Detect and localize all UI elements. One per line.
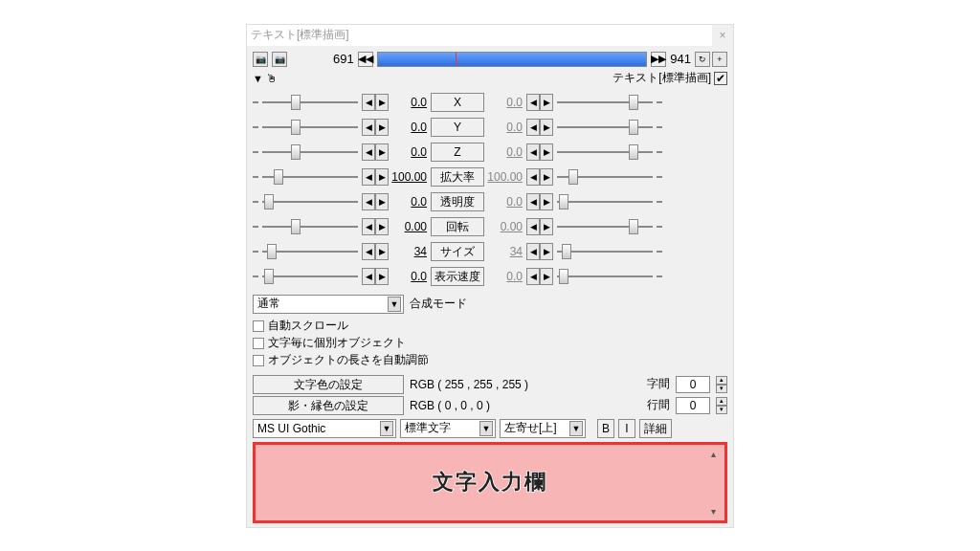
shadow-color-value: RGB ( 0 , 0 , 0 ) — [410, 399, 490, 412]
right-value[interactable]: 0.00 — [486, 220, 524, 233]
line-spacing-value[interactable]: 0 — [676, 397, 710, 414]
param-row-サイズ: ◀▶34サイズ34◀▶ — [253, 239, 727, 264]
left-value[interactable]: 0.00 — [390, 220, 429, 233]
checkbox-row[interactable]: 自動スクロール — [253, 318, 727, 335]
left-spin[interactable]: ◀▶ — [362, 243, 389, 260]
font-value: MS UI Gothic — [257, 422, 325, 435]
right-spin[interactable]: ◀▶ — [526, 119, 553, 136]
collapse-icon[interactable]: ▼ — [253, 73, 263, 84]
blend-mode-select[interactable]: 通常 ▼ — [253, 295, 404, 314]
right-spin[interactable]: ◀▶ — [526, 268, 553, 285]
right-value[interactable]: 0.0 — [486, 121, 524, 134]
left-slider[interactable] — [262, 169, 358, 185]
checkbox-label: オブジェクトの長さを自動調節 — [268, 352, 429, 368]
right-spin[interactable]: ◀▶ — [526, 94, 553, 111]
right-value[interactable]: 0.0 — [486, 145, 524, 159]
left-spin[interactable]: ◀▶ — [362, 268, 389, 285]
checkbox-row[interactable]: 文字毎に個別オブジェクト — [253, 335, 727, 352]
right-slider[interactable] — [557, 244, 653, 259]
right-spin[interactable]: ◀▶ — [526, 243, 553, 260]
left-spin[interactable]: ◀▶ — [362, 218, 389, 235]
checkbox[interactable] — [253, 338, 264, 349]
align-select[interactable]: 左寄せ[上]▼ — [500, 419, 586, 438]
right-value[interactable]: 0.0 — [486, 96, 524, 109]
right-slider[interactable] — [557, 194, 653, 209]
seek-start-button[interactable]: ◀◀ — [358, 52, 373, 67]
right-slider[interactable] — [557, 219, 653, 234]
right-spin[interactable]: ◀▶ — [526, 193, 553, 210]
char-spacing-value[interactable]: 0 — [676, 376, 710, 393]
param-row-回転: ◀▶0.00回転0.00◀▶ — [253, 214, 727, 239]
left-spin[interactable]: ◀▶ — [362, 193, 389, 210]
param-label[interactable]: 回転 — [431, 217, 484, 236]
left-value[interactable]: 0.0 — [390, 145, 429, 159]
left-slider[interactable] — [262, 144, 358, 160]
seek-bar[interactable] — [377, 52, 648, 67]
shadow-color-row: 影・縁色の設定 RGB ( 0 , 0 , 0 ) 行間 0 ▴▾ — [253, 396, 727, 415]
param-row-Y: ◀▶0.0Y0.0◀▶ — [253, 115, 727, 140]
right-spin[interactable]: ◀▶ — [526, 168, 553, 186]
close-button[interactable]: × — [712, 25, 733, 46]
left-value[interactable]: 100.00 — [390, 170, 429, 184]
checkbox[interactable] — [253, 355, 264, 366]
param-label[interactable]: 拡大率 — [431, 167, 484, 187]
char-spacing-stepper[interactable]: ▴▾ — [716, 376, 727, 393]
left-spin[interactable]: ◀▶ — [362, 94, 389, 111]
loop-icon[interactable]: ↻ — [695, 52, 710, 67]
left-spin[interactable]: ◀▶ — [362, 143, 389, 161]
seek-end-button[interactable]: ▶▶ — [651, 52, 666, 67]
right-slider[interactable] — [557, 95, 653, 110]
line-spacing-stepper[interactable]: ▴▾ — [716, 397, 727, 414]
left-slider[interactable] — [262, 194, 358, 209]
enable-checkbox[interactable]: ✔ — [714, 72, 727, 85]
param-row-Z: ◀▶0.0Z0.0◀▶ — [253, 140, 727, 165]
param-label[interactable]: X — [431, 93, 484, 112]
left-value[interactable]: 34 — [390, 245, 429, 258]
right-value[interactable]: 0.0 — [486, 270, 524, 283]
font-style-select[interactable]: 標準文字▼ — [400, 419, 496, 438]
left-value[interactable]: 0.0 — [390, 270, 429, 283]
checkbox-row[interactable]: オブジェクトの長さを自動調節 — [253, 352, 727, 369]
right-value[interactable]: 100.00 — [486, 170, 524, 184]
left-value[interactable]: 0.0 — [390, 96, 429, 109]
param-label[interactable]: サイズ — [431, 242, 484, 261]
header-row: ▼ 🖱 テキスト[標準描画] ✔ — [253, 71, 727, 86]
blend-mode-label: 合成モード — [410, 296, 467, 312]
left-slider[interactable] — [262, 95, 358, 110]
param-label[interactable]: Z — [431, 143, 484, 162]
right-slider[interactable] — [557, 144, 653, 160]
left-slider[interactable] — [262, 269, 358, 284]
left-value[interactable]: 0.0 — [390, 121, 429, 134]
param-label[interactable]: 表示速度 — [431, 267, 484, 286]
add-icon[interactable]: + — [712, 52, 727, 67]
right-value[interactable]: 34 — [486, 245, 524, 258]
font-select[interactable]: MS UI Gothic▼ — [253, 419, 396, 438]
align-value: 左寄せ[上] — [504, 420, 557, 436]
right-slider[interactable] — [557, 120, 653, 135]
right-slider[interactable] — [557, 169, 653, 185]
param-row-X: ◀▶0.0X0.0◀▶ — [253, 90, 727, 115]
text-color-button[interactable]: 文字色の設定 — [253, 375, 404, 394]
text-input-area[interactable]: 文字入力欄 ▴▾ — [253, 442, 727, 523]
param-label[interactable]: Y — [431, 118, 484, 137]
right-spin[interactable]: ◀▶ — [526, 143, 553, 161]
checkbox[interactable] — [253, 320, 264, 332]
section-label: テキスト[標準描画] — [612, 70, 711, 86]
right-slider[interactable] — [557, 269, 653, 284]
right-value[interactable]: 0.0 — [486, 195, 524, 209]
camera-icon-1[interactable]: 📷 — [253, 52, 268, 67]
left-slider[interactable] — [262, 244, 358, 259]
italic-button[interactable]: I — [618, 419, 635, 438]
left-value[interactable]: 0.0 — [390, 195, 429, 209]
shadow-color-button[interactable]: 影・縁色の設定 — [253, 396, 404, 415]
left-spin[interactable]: ◀▶ — [362, 119, 389, 136]
left-slider[interactable] — [262, 219, 358, 234]
detail-button[interactable]: 詳細 — [639, 419, 672, 438]
right-spin[interactable]: ◀▶ — [526, 218, 553, 235]
bold-button[interactable]: B — [597, 419, 614, 438]
left-spin[interactable]: ◀▶ — [362, 168, 389, 186]
param-label[interactable]: 透明度 — [431, 192, 484, 211]
camera-icon-2[interactable]: 📷 — [272, 52, 287, 67]
window-title: テキスト[標準描画] — [251, 27, 349, 43]
left-slider[interactable] — [262, 120, 358, 135]
